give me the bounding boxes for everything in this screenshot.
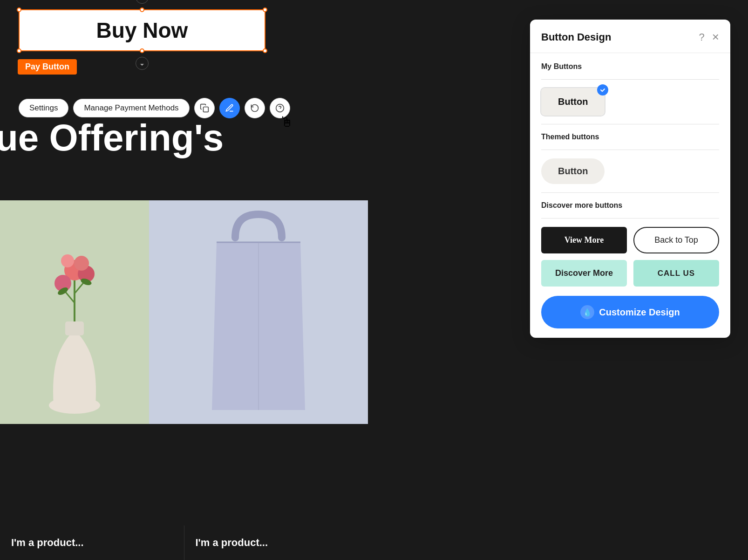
history-icon-button[interactable] xyxy=(245,98,265,118)
product-title-right: I'm a product... xyxy=(196,537,357,549)
customize-design-button[interactable]: 💧 Customize Design xyxy=(541,296,719,328)
offerings-text: ue Offering's xyxy=(0,116,224,159)
handle-bl[interactable] xyxy=(17,48,21,53)
flower-vase-image xyxy=(23,228,126,424)
panel-header-icons: ? × xyxy=(699,30,719,44)
tote-bag-image xyxy=(193,200,324,424)
themed-buttons-label: Themed buttons xyxy=(541,133,719,141)
canvas-toolbar: Settings Manage Payment Methods xyxy=(19,98,290,118)
top-resize-handle[interactable] xyxy=(136,0,149,4)
panel-close-button[interactable]: × xyxy=(712,30,719,44)
my-buttons-label: My Buttons xyxy=(541,62,719,71)
product-row xyxy=(0,200,368,424)
buy-now-button[interactable]: Buy Now xyxy=(19,9,265,51)
discover-more-button[interactable]: Discover More xyxy=(541,260,627,287)
themed-button-option[interactable]: Button xyxy=(541,158,605,184)
bottom-resize-handle[interactable] xyxy=(136,57,149,70)
my-button-option[interactable]: Button xyxy=(541,88,605,116)
right-strip xyxy=(741,0,748,560)
manage-payment-button[interactable]: Manage Payment Methods xyxy=(73,99,189,117)
themed-buttons-grid: Button xyxy=(541,158,719,184)
copy-icon-button[interactable] xyxy=(194,98,215,118)
panel-title: Button Design xyxy=(541,31,611,43)
panel-header: Button Design ? × xyxy=(530,20,730,53)
product-col-right xyxy=(149,200,368,424)
panel-help-button[interactable]: ? xyxy=(699,31,705,43)
view-more-button[interactable]: View More xyxy=(541,227,627,253)
call-us-button[interactable]: CALL US xyxy=(633,260,719,287)
themed-divider-top xyxy=(541,124,719,124)
handle-tr[interactable] xyxy=(263,7,267,12)
product-title-left: I'm a product... xyxy=(11,537,173,549)
selected-check-badge xyxy=(597,84,608,96)
themed-divider-bottom xyxy=(541,150,719,150)
discover-buttons-grid: View More Back to Top Discover More CALL… xyxy=(541,227,719,287)
handle-tl[interactable] xyxy=(17,7,21,12)
help-icon-button[interactable] xyxy=(270,98,290,118)
button-design-panel: Button Design ? × My Buttons Button Them… xyxy=(530,20,730,338)
my-buttons-grid: Button xyxy=(541,88,719,116)
handle-tc[interactable] xyxy=(140,7,144,12)
buy-now-container: Buy Now Pay Button xyxy=(19,9,265,51)
my-buttons-divider xyxy=(541,79,719,80)
svg-rect-3 xyxy=(65,321,84,335)
settings-button[interactable]: Settings xyxy=(19,99,68,117)
handle-br[interactable] xyxy=(263,48,267,53)
product-text-row: I'm a product... I'm a product... xyxy=(0,526,368,560)
svg-rect-0 xyxy=(203,107,208,112)
pay-button-label: Pay Button xyxy=(18,59,77,75)
svg-point-10 xyxy=(61,254,74,267)
buy-now-text: Buy Now xyxy=(96,18,188,43)
customize-icon: 💧 xyxy=(580,305,594,319)
discover-divider-top xyxy=(541,192,719,193)
panel-body: My Buttons Button Themed buttons Button … xyxy=(530,53,730,338)
back-to-top-button[interactable]: Back to Top xyxy=(633,227,719,253)
handle-bc[interactable] xyxy=(140,48,144,53)
product-col-left xyxy=(0,200,149,424)
discover-divider-bottom xyxy=(541,218,719,219)
edit-icon-button[interactable] xyxy=(219,98,240,118)
canvas-area: Buy Now Pay Button Settings Manage Payme… xyxy=(0,0,368,560)
discover-more-label: Discover more buttons xyxy=(541,201,719,210)
svg-point-11 xyxy=(74,256,89,271)
